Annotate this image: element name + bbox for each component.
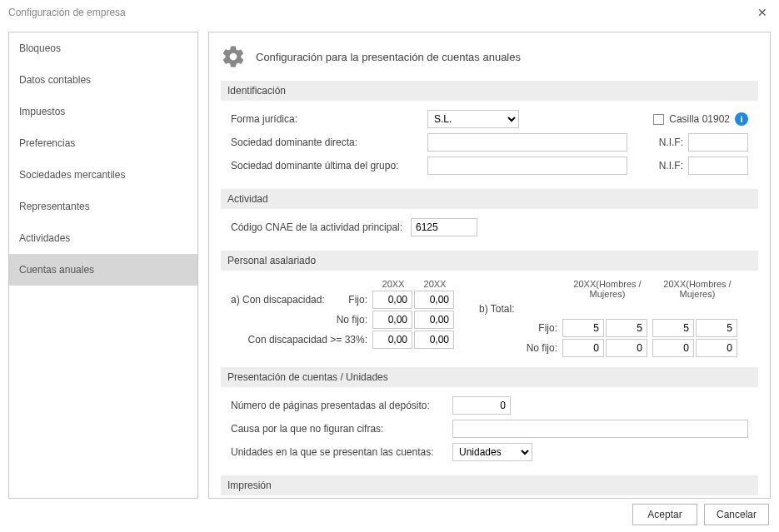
titlebar: Configuración de empresa ✕: [0, 0, 779, 23]
unidades-label: Unidades en la que se presentan las cuen…: [231, 446, 447, 458]
sidebar-item-representantes[interactable]: Representantes: [9, 191, 197, 222]
nif-ult-label: N.I.F:: [653, 160, 683, 172]
gear-icon: [221, 44, 246, 69]
cancel-button[interactable]: Cancelar: [704, 504, 769, 525]
content-panel: Configuración para la presentación de cu…: [208, 32, 771, 499]
nif-dir-input[interactable]: [688, 133, 748, 152]
window-title: Configuración de empresa: [8, 7, 126, 18]
nif-dir-label: N.I.F:: [653, 137, 683, 148]
nif-ult-input[interactable]: [688, 157, 748, 175]
a-ge33-y1-input[interactable]: [372, 331, 412, 349]
causa-input[interactable]: [452, 420, 748, 438]
a-ge33-label: Con discapacidad >= 33%:: [231, 334, 372, 346]
close-icon[interactable]: ✕: [754, 6, 771, 19]
sidebar-item-cuentas-anuales[interactable]: Cuentas anuales: [9, 254, 197, 286]
b-nofijo-h2-input[interactable]: [652, 339, 694, 357]
sidebar-item-preferencias[interactable]: Preferencias: [9, 127, 197, 159]
a-nofijo-y1-input[interactable]: [372, 311, 412, 329]
forma-juridica-label: Forma jurídica:: [231, 113, 422, 125]
b-nofijo-h1-input[interactable]: [562, 339, 604, 357]
cnae-input[interactable]: [411, 218, 477, 236]
a-nofijo-y2-input[interactable]: [414, 311, 454, 329]
b-fijo-label: Fijo:: [521, 322, 562, 334]
section-header-identificacion: Identificación: [221, 81, 758, 101]
sidebar-item-bloqueos[interactable]: Bloqueos: [9, 32, 197, 64]
b-fijo-h2-input[interactable]: [652, 319, 694, 337]
b-nofijo-label: No fijo:: [521, 342, 562, 354]
section-header-personal: Personal asalariado: [221, 251, 758, 271]
section-header-actividad: Actividad: [221, 189, 758, 209]
sidebar-item-impuestos[interactable]: Impuestos: [9, 96, 197, 127]
b-nofijo-m1-input[interactable]: [606, 339, 647, 357]
b-fijo-m1-input[interactable]: [606, 319, 647, 337]
b-total-label: b) Total:: [479, 303, 521, 315]
paginas-label: Número de páginas presentadas al depósit…: [231, 400, 447, 411]
info-icon[interactable]: i: [735, 112, 748, 126]
a-fijo-y2-input[interactable]: [414, 291, 454, 309]
a-ge33-y2-input[interactable]: [414, 331, 454, 349]
soc-dominante-directa-label: Sociedad dominante directa:: [231, 137, 422, 148]
a-discapacidad-label: a) Con discapacidad:: [231, 294, 331, 306]
causa-label: Causa por la que no figuran cifras:: [231, 423, 447, 435]
cnae-label: Código CNAE de la actividad principal:: [231, 221, 406, 233]
soc-dominante-directa-input[interactable]: [427, 133, 627, 152]
b-head2: 20XX(Hombres / Mujeres): [652, 279, 742, 299]
a-nofijo-label: No fijo:: [331, 314, 372, 326]
accept-button[interactable]: Aceptar: [632, 504, 697, 525]
paginas-input[interactable]: [452, 396, 511, 415]
a-year1-header: 20XX: [372, 279, 414, 289]
section-header-presentacion: Presentación de cuentas / Unidades: [221, 367, 758, 387]
sidebar: Bloqueos Datos contables Impuestos Prefe…: [8, 32, 198, 499]
page-title: Configuración para la presentación de cu…: [256, 51, 521, 63]
soc-dominante-ultima-label: Sociedad dominante última del grupo:: [231, 160, 422, 172]
casilla-01902-label: Casilla 01902: [669, 113, 730, 125]
a-fijo-y1-input[interactable]: [372, 291, 412, 309]
b-head1: 20XX(Hombres / Mujeres): [562, 279, 652, 299]
soc-dominante-ultima-input[interactable]: [427, 157, 627, 175]
sidebar-item-actividades[interactable]: Actividades: [9, 222, 197, 254]
b-fijo-m2-input[interactable]: [696, 319, 737, 337]
b-nofijo-m2-input[interactable]: [696, 339, 737, 357]
section-header-impresion: Impresión: [221, 475, 758, 495]
sidebar-item-datos-contables[interactable]: Datos contables: [9, 64, 197, 96]
unidades-select[interactable]: Unidades: [452, 443, 532, 461]
forma-juridica-select[interactable]: S.L.: [427, 110, 519, 128]
a-year2-header: 20XX: [414, 279, 456, 289]
sidebar-item-sociedades-mercantiles[interactable]: Sociedades mercantiles: [9, 159, 197, 191]
casilla-01902-checkbox[interactable]: Casilla 01902: [653, 113, 730, 125]
a-fijo-label: Fijo:: [331, 294, 372, 306]
b-fijo-h1-input[interactable]: [562, 319, 604, 337]
